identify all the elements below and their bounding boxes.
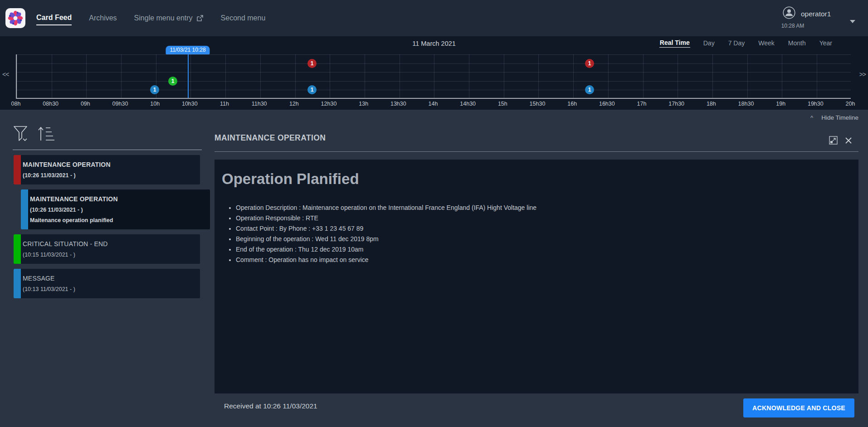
range-tab-week[interactable]: Week: [758, 39, 775, 48]
main-navigation: Card Feed Archives Single menu entry Sec…: [36, 0, 265, 36]
acknowledge-and-close-button[interactable]: ACKNOWLEDGE AND CLOSE: [743, 398, 854, 417]
feed-card[interactable]: MAINTENANCE OPERATION(10:26 11/03/2021 -…: [21, 189, 210, 229]
tick-label: 10h30: [182, 101, 198, 107]
user-menu[interactable]: operator1 10:28 AM: [783, 5, 855, 32]
nav-item-single-menu-entry[interactable]: Single menu entry: [134, 11, 204, 25]
caret-down-icon[interactable]: [850, 20, 855, 23]
card-time: (10:13 11/03/2021 - ): [23, 286, 195, 292]
card-title: CRITICAL SITUATION - END: [23, 240, 195, 247]
nav-item-archives[interactable]: Archives: [89, 11, 117, 25]
detail-bullet-item: Contact Point : By Phone : +33 1 23 45 6…: [236, 223, 536, 234]
timeline-marker-badge[interactable]: 1: [585, 85, 594, 94]
tick-label: 08h30: [43, 101, 59, 107]
tick-label: 19h: [776, 101, 785, 107]
tick-label: 14h: [429, 101, 438, 107]
tick-label: 17h: [637, 101, 647, 107]
card-subtitle: Maitenance operation planified: [30, 217, 205, 223]
external-link-icon: [196, 15, 204, 22]
tick-label: 19h30: [808, 101, 824, 107]
range-tab-7-day[interactable]: 7 Day: [728, 39, 746, 48]
nav-item-label: Second menu: [221, 14, 266, 22]
card-time: (10:26 11/03/2021 - ): [23, 172, 195, 179]
timeline-panel: 11 March 2021 Real Time Day 7 Day Week M…: [0, 36, 868, 110]
flower-logo-icon: [8, 10, 23, 26]
card-detail-panel: MAINTENANCE OPERATION Operation Planifie…: [215, 110, 858, 427]
tick-label: 13h30: [390, 101, 406, 107]
feed-divider: [13, 150, 202, 150]
detail-title: MAINTENANCE OPERATION: [215, 133, 326, 143]
tick-label: 16h: [567, 101, 577, 107]
severity-bar: [21, 189, 28, 229]
user-avatar-icon: [783, 6, 795, 19]
feed-card[interactable]: MESSAGE(10:13 11/03/2021 - ): [14, 269, 200, 298]
tick-label: 12h30: [321, 101, 337, 107]
card-title: MESSAGE: [23, 275, 195, 282]
expand-icon[interactable]: [829, 136, 838, 145]
timeline-range-tabs: Real Time Day 7 Day Week Month Year: [659, 38, 833, 48]
received-timestamp: Received at 10:26 11/03/2021: [224, 402, 317, 410]
card-feed-sidebar: MAINTENANCE OPERATION(10:26 11/03/2021 -…: [0, 110, 211, 427]
nav-item-card-feed[interactable]: Card Feed: [36, 11, 72, 25]
card-title: MAINTENANCE OPERATION: [30, 195, 205, 203]
severity-bar: [14, 269, 21, 298]
feed-card[interactable]: MAINTENANCE OPERATION(10:26 11/03/2021 -…: [14, 155, 200, 184]
user-name: operator1: [801, 10, 831, 18]
application-window: Card Feed Archives Single menu entry Sec…: [0, 0, 868, 427]
card-time: (10:15 11/03/2021 - ): [23, 252, 195, 258]
tick-label: 09h30: [112, 101, 128, 107]
card-list: MAINTENANCE OPERATION(10:26 11/03/2021 -…: [0, 155, 211, 303]
top-navbar: Card Feed Archives Single menu entry Sec…: [0, 0, 868, 36]
card-time: (10:26 11/03/2021 - ): [30, 207, 205, 213]
card-title: MAINTENANCE OPERATION: [23, 161, 195, 168]
tick-label: 18h: [707, 101, 716, 107]
brand-logo[interactable]: [5, 8, 25, 28]
timeline-marker-badge[interactable]: 1: [307, 59, 317, 68]
card-bullet-list: Operation Description : Maintenance oper…: [215, 203, 536, 265]
tick-label: 11h: [220, 101, 229, 107]
severity-bar: [14, 155, 21, 184]
sort-icon[interactable]: [37, 125, 55, 143]
tick-label: 11h30: [252, 101, 267, 107]
detail-bullet-item: Operation Description : Maintenance oper…: [236, 203, 536, 213]
tick-label: 13h: [359, 101, 368, 107]
range-tab-month[interactable]: Month: [788, 39, 806, 48]
range-tab-day[interactable]: Day: [703, 39, 715, 48]
timeline-marker-badge[interactable]: 1: [150, 85, 159, 94]
tick-label: 16h30: [599, 101, 615, 107]
close-icon[interactable]: [845, 137, 852, 144]
timeline-next-button[interactable]: >>: [859, 71, 866, 78]
tick-label: 15h30: [530, 101, 546, 107]
timeline-marker-badge[interactable]: 1: [307, 85, 317, 94]
tick-label: 20h: [846, 101, 855, 107]
detail-divider: [215, 151, 858, 152]
severity-bar: [14, 234, 21, 264]
tick-label: 14h30: [460, 101, 476, 107]
timeline-marker-badge[interactable]: 1: [168, 77, 177, 86]
detail-body: Operation Planified Operation Descriptio…: [215, 160, 858, 393]
tick-label: 12h: [289, 101, 299, 107]
nav-item-label: Single menu entry: [134, 14, 193, 22]
current-time-label: 11/03/21 10:28: [166, 46, 210, 54]
tick-label: 09h: [81, 101, 90, 107]
tick-label: 18h30: [738, 101, 754, 107]
tick-label: 17h30: [668, 101, 684, 107]
user-clock: 10:28 AM: [778, 23, 807, 29]
range-tab-year[interactable]: Year: [819, 39, 833, 48]
feed-card[interactable]: CRITICAL SITUATION - END(10:15 11/03/202…: [14, 234, 200, 264]
tick-label: 08h: [11, 101, 21, 107]
tick-label: 10h: [150, 101, 160, 107]
current-time-line: 11/03/21 10:28: [188, 54, 189, 98]
range-tab-real-time[interactable]: Real Time: [659, 38, 690, 48]
tick-label: 15h: [498, 101, 507, 107]
timeline-marker-badge[interactable]: 1: [585, 59, 594, 68]
nav-item-second-menu[interactable]: Second menu: [221, 11, 266, 25]
nav-item-label: Card Feed: [36, 14, 72, 22]
filter-icon[interactable]: [13, 125, 29, 143]
timeline-prev-button[interactable]: <<: [2, 71, 9, 78]
detail-bullet-item: End of the operation : Thu 12 dec 2019 1…: [236, 244, 536, 255]
detail-bullet-item: Comment : Operation has no impact on ser…: [236, 255, 536, 265]
detail-bullet-item: Beginning of the operation : Wed 11 dec …: [236, 234, 536, 244]
nav-item-label: Archives: [89, 14, 117, 22]
card-heading: Operation Planified: [222, 170, 359, 188]
timeline-ticks: 08h08h3009h09h3010h10h3011h11h3012h12h30…: [16, 101, 851, 108]
